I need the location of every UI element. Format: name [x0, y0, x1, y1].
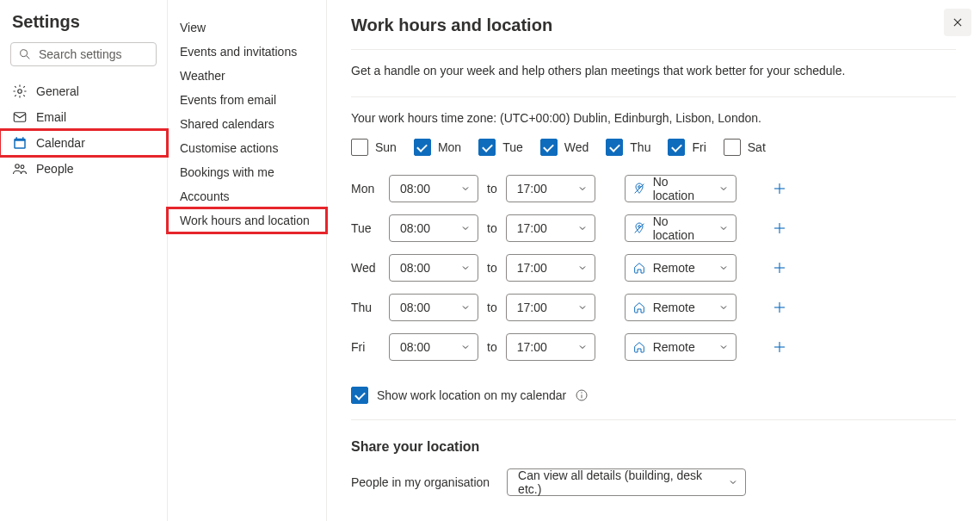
schedule-row-tue: Tue08:00to17:00No location: [351, 214, 956, 242]
calendar-icon: [12, 135, 28, 151]
start-time-value: 08:00: [400, 221, 430, 235]
to-label: to: [487, 301, 497, 314]
start-time-select[interactable]: 08:00: [389, 333, 478, 361]
chevron-down-icon: [577, 302, 588, 313]
nav-label: Calendar: [36, 136, 85, 150]
end-time-select[interactable]: 17:00: [506, 294, 595, 321]
day-wed: Wed: [540, 139, 589, 156]
share-label: People in my organisation: [351, 475, 490, 489]
plus-icon: [772, 339, 787, 355]
chevron-down-icon: [577, 263, 588, 273]
start-time-select[interactable]: 08:00: [389, 254, 478, 282]
no-location-icon: [632, 182, 646, 195]
show-location-row: Show work location on my calendar: [351, 387, 956, 404]
share-heading: Share your location: [351, 439, 956, 455]
no-location-icon: [632, 221, 646, 235]
content-description: Get a handle on your week and help other…: [351, 64, 956, 78]
day-checkbox-fri[interactable]: [668, 139, 685, 156]
day-label: Sat: [748, 140, 766, 154]
nav-label: People: [36, 162, 74, 176]
to-label: to: [487, 221, 497, 235]
subnav-shared-calendars[interactable]: Shared calendars: [168, 112, 326, 136]
gear-icon: [12, 84, 28, 99]
subnav-customise-actions[interactable]: Customise actions: [168, 136, 326, 160]
location-value: Remote: [653, 301, 712, 314]
subnav-events-invitations[interactable]: Events and invitations: [168, 40, 326, 64]
start-time-select[interactable]: 08:00: [389, 214, 478, 242]
day-label: Thu: [630, 140, 650, 154]
share-value: Can view all details (building, desk etc…: [518, 468, 728, 496]
chevron-down-icon: [718, 263, 729, 273]
location-select[interactable]: Remote: [625, 294, 737, 321]
schedule-row-thu: Thu08:00to17:00Remote: [351, 294, 956, 321]
add-time-button[interactable]: [766, 294, 793, 321]
to-label: to: [487, 261, 497, 275]
add-time-button[interactable]: [766, 175, 793, 202]
plus-icon: [772, 181, 787, 196]
end-time-select[interactable]: 17:00: [506, 254, 595, 282]
location-select[interactable]: No location: [625, 214, 737, 242]
nav-label: Email: [36, 110, 66, 124]
day-label: Sun: [375, 140, 397, 154]
add-time-button[interactable]: [766, 333, 793, 361]
day-label: Wed: [564, 140, 589, 154]
start-time-select[interactable]: 08:00: [389, 294, 478, 321]
subnav-weather[interactable]: Weather: [168, 64, 326, 88]
nav-label: General: [36, 84, 79, 98]
schedule-row-mon: Mon08:00to17:00No location: [351, 175, 956, 202]
show-location-checkbox[interactable]: [351, 387, 368, 404]
add-time-button[interactable]: [766, 214, 793, 242]
close-button[interactable]: [944, 9, 971, 36]
day-checkbox-sun[interactable]: [351, 139, 368, 156]
plus-icon: [772, 220, 787, 236]
start-time-select[interactable]: 08:00: [389, 175, 478, 202]
subnav-work-hours[interactable]: Work hours and location: [168, 208, 326, 233]
day-checkbox-thu[interactable]: [606, 139, 623, 156]
share-select[interactable]: Can view all details (building, desk etc…: [507, 468, 746, 496]
subnav-view[interactable]: View: [168, 16, 326, 40]
content-pane: Work hours and location Get a handle on …: [327, 0, 980, 521]
nav-item-email[interactable]: Email: [0, 104, 167, 130]
nav-item-general[interactable]: General: [0, 78, 167, 104]
days-row: SunMonTueWedThuFriSat: [351, 139, 956, 156]
location-select[interactable]: Remote: [625, 254, 737, 282]
end-time-select[interactable]: 17:00: [506, 214, 595, 242]
day-checkbox-tue[interactable]: [478, 139, 496, 156]
share-row: People in my organisation Can view all d…: [351, 468, 956, 496]
chevron-down-icon: [718, 183, 729, 194]
chevron-down-icon: [460, 183, 471, 194]
divider: [351, 96, 956, 97]
divider: [351, 419, 956, 420]
home-icon: [632, 261, 646, 275]
end-time-select[interactable]: 17:00: [506, 333, 595, 361]
day-label: Fri: [692, 140, 706, 154]
day-checkbox-mon[interactable]: [414, 139, 431, 156]
end-time-select[interactable]: 17:00: [506, 175, 595, 202]
chevron-down-icon: [460, 342, 471, 352]
location-select[interactable]: Remote: [625, 333, 737, 361]
mail-icon: [12, 109, 28, 125]
chevron-down-icon: [577, 342, 588, 352]
add-time-button[interactable]: [766, 254, 793, 282]
end-time-value: 17:00: [517, 261, 547, 275]
nav-item-calendar[interactable]: Calendar: [0, 130, 167, 156]
search-icon: [18, 47, 32, 61]
day-checkbox-wed[interactable]: [540, 139, 558, 156]
subnav-events-email[interactable]: Events from email: [168, 88, 326, 112]
location-select[interactable]: No location: [625, 175, 737, 202]
nav-item-people[interactable]: People: [0, 156, 167, 182]
subnav-bookings[interactable]: Bookings with me: [168, 160, 326, 184]
chevron-down-icon: [460, 263, 471, 273]
end-time-value: 17:00: [517, 182, 547, 195]
info-icon[interactable]: [575, 388, 589, 402]
day-checkbox-sat[interactable]: [724, 139, 741, 156]
sub-nav: View Events and invitations Weather Even…: [168, 0, 327, 521]
divider: [351, 49, 956, 50]
subnav-accounts[interactable]: Accounts: [168, 184, 326, 208]
search-input[interactable]: Search settings: [10, 42, 157, 66]
chevron-down-icon: [728, 477, 738, 487]
home-icon: [632, 340, 646, 354]
end-time-value: 17:00: [517, 340, 547, 354]
day-sun: Sun: [351, 139, 397, 156]
start-time-value: 08:00: [400, 340, 430, 354]
